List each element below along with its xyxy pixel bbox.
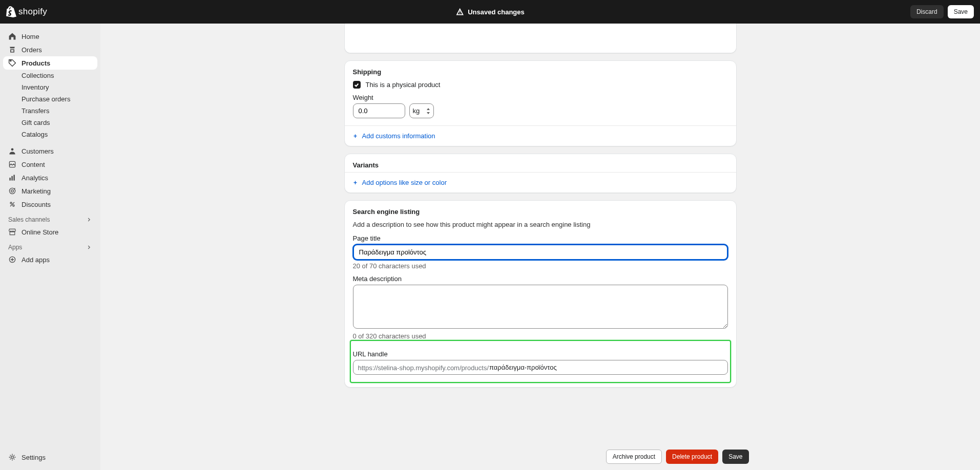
check-icon: [354, 82, 359, 88]
archive-product-button[interactable]: Archive product: [606, 450, 662, 464]
url-handle-highlight: URL handle https://stelina-shop.myshopif…: [350, 340, 731, 383]
sidebar-item-label: Online Store: [22, 228, 58, 236]
sidebar-item-customers[interactable]: Customers: [3, 144, 97, 158]
chevron-right-icon: [86, 217, 92, 223]
apps-header[interactable]: Apps: [3, 239, 97, 253]
shipping-card: Shipping This is a physical product Weig…: [344, 60, 737, 146]
apps-label: Apps: [8, 244, 22, 251]
meta-description-input[interactable]: [353, 285, 728, 329]
sales-channels-label: Sales channels: [8, 216, 50, 223]
sidebar-item-label: Settings: [22, 454, 46, 461]
svg-point-6: [11, 190, 14, 193]
seo-title: Search engine listing: [353, 208, 728, 216]
weight-label: Weight: [353, 94, 728, 101]
physical-product-checkbox[interactable]: [353, 81, 361, 89]
sidebar-sub-transfers[interactable]: Transfers: [3, 105, 97, 117]
sidebar-item-products[interactable]: Products: [3, 56, 97, 70]
chevron-right-icon: [86, 244, 92, 250]
delete-product-button[interactable]: Delete product: [666, 450, 718, 464]
sidebar-item-marketing[interactable]: Marketing: [3, 184, 97, 198]
products-icon: [8, 59, 16, 67]
sidebar-sub-purchase-orders[interactable]: Purchase orders: [3, 93, 97, 105]
sidebar-item-label: Analytics: [22, 174, 48, 182]
seo-description: Add a description to see how this produc…: [353, 221, 728, 228]
url-handle-input[interactable]: [353, 360, 728, 375]
seo-card: Search engine listing Add a description …: [344, 200, 737, 388]
select-arrows-icon: [426, 108, 430, 114]
add-customs-link[interactable]: + Add customs information: [345, 126, 736, 146]
shopify-bag-icon: [6, 6, 16, 17]
shipping-title: Shipping: [353, 68, 728, 76]
page-title-label: Page title: [353, 234, 728, 242]
plus-circle-icon: [8, 255, 16, 264]
unsaved-changes-label: Unsaved changes: [468, 8, 525, 16]
card-above-partial: [344, 24, 737, 53]
sidebar-item-label: Content: [22, 161, 45, 168]
marketing-icon: [8, 187, 16, 195]
weight-unit-value: kg: [413, 107, 420, 115]
sidebar-item-label: Home: [22, 33, 39, 40]
discounts-icon: [8, 200, 16, 208]
shopify-logo-text: shopify: [18, 7, 47, 17]
discard-button[interactable]: Discard: [910, 5, 944, 18]
gear-icon: [8, 453, 16, 461]
main-content: Shipping This is a physical product Weig…: [100, 0, 980, 470]
weight-input[interactable]: [353, 103, 405, 118]
add-variant-options-link[interactable]: + Add options like size or color: [345, 173, 736, 193]
page-title-hint: 20 of 70 characters used: [353, 262, 728, 270]
sidebar-item-home[interactable]: Home: [3, 30, 97, 43]
sidebar-item-content[interactable]: Content: [3, 158, 97, 171]
sidebar-sub-catalogs[interactable]: Catalogs: [3, 129, 97, 140]
sidebar-item-label: Customers: [22, 147, 54, 155]
save-button-top[interactable]: Save: [948, 5, 974, 18]
svg-rect-3: [11, 176, 12, 181]
svg-point-0: [11, 148, 14, 151]
home-icon: [8, 32, 16, 40]
meta-description-hint: 0 of 320 characters used: [353, 332, 728, 340]
sidebar-item-label: Discounts: [22, 201, 51, 208]
save-button-bottom[interactable]: Save: [722, 450, 748, 464]
sidebar-item-label: Add apps: [22, 256, 50, 264]
topbar-actions: Discard Save: [910, 5, 974, 18]
svg-rect-2: [9, 178, 10, 181]
sidebar-item-add-apps[interactable]: Add apps: [3, 253, 97, 266]
physical-product-label: This is a physical product: [366, 81, 441, 89]
analytics-icon: [8, 174, 16, 182]
plus-icon: +: [353, 134, 358, 139]
variants-title: Variants: [353, 161, 728, 169]
svg-point-7: [10, 202, 12, 204]
add-options-label: Add options like size or color: [362, 179, 447, 186]
page-title-input[interactable]: [353, 244, 728, 260]
orders-icon: [8, 46, 16, 54]
sidebar-sub-collections[interactable]: Collections: [3, 70, 97, 81]
url-handle-label: URL handle: [353, 350, 728, 358]
sidebar-item-label: Marketing: [22, 187, 51, 195]
shopify-logo[interactable]: shopify: [6, 6, 47, 17]
warning-icon: [455, 8, 464, 16]
sidebar-item-label: Products: [22, 59, 50, 67]
topbar: shopify Unsaved changes Discard Save: [0, 0, 980, 24]
variants-card: Variants + Add options like size or colo…: [344, 154, 737, 193]
sidebar-item-analytics[interactable]: Analytics: [3, 171, 97, 184]
sidebar-item-online-store[interactable]: Online Store: [3, 225, 97, 239]
content-icon: [8, 160, 16, 168]
sidebar-item-discounts[interactable]: Discounts: [3, 198, 97, 211]
svg-rect-4: [13, 175, 14, 180]
sidebar: Home Orders Products Collections Invento…: [0, 24, 100, 470]
sidebar-sub-inventory[interactable]: Inventory: [3, 81, 97, 93]
sidebar-sub-gift-cards[interactable]: Gift cards: [3, 117, 97, 129]
meta-description-label: Meta description: [353, 275, 728, 283]
sidebar-item-settings[interactable]: Settings: [3, 451, 97, 464]
weight-unit-select[interactable]: kg: [409, 103, 434, 118]
sidebar-item-label: Orders: [22, 46, 42, 54]
plus-icon: +: [353, 180, 358, 185]
customers-icon: [8, 147, 16, 155]
store-icon: [8, 228, 16, 236]
svg-point-8: [13, 205, 14, 206]
unsaved-changes-indicator: Unsaved changes: [455, 8, 525, 16]
svg-point-10: [11, 456, 14, 459]
add-customs-label: Add customs information: [362, 132, 435, 140]
footer-action-bar: Archive product Delete product Save: [100, 443, 980, 470]
sales-channels-header[interactable]: Sales channels: [3, 211, 97, 225]
sidebar-item-orders[interactable]: Orders: [3, 43, 97, 56]
